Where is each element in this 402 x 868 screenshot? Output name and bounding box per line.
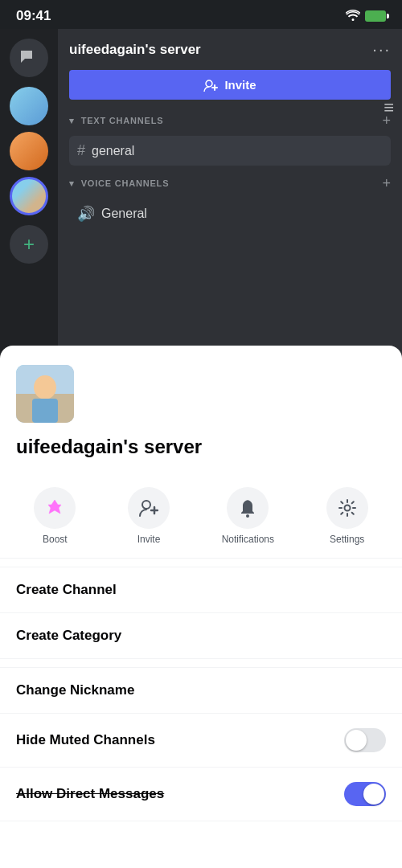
add-server-button[interactable]: + bbox=[10, 225, 48, 264]
svg-point-6 bbox=[142, 501, 150, 509]
server-profile-section: uifeedagain's server bbox=[0, 346, 402, 487]
hide-muted-knob bbox=[346, 730, 367, 751]
server-avatar-large bbox=[16, 365, 74, 423]
server-avatar-2[interactable] bbox=[10, 132, 48, 170]
hide-muted-toggle[interactable] bbox=[344, 728, 386, 752]
voice-channels-header: ▾ VOICE CHANNELS + bbox=[69, 175, 391, 192]
server-avatar-1[interactable] bbox=[10, 87, 48, 125]
text-channels-header: ▾ TEXT CHANNELS + bbox=[69, 113, 391, 129]
voice-channels-label: ▾ VOICE CHANNELS bbox=[69, 178, 169, 189]
hamburger-button[interactable]: ≡ bbox=[384, 97, 394, 118]
toggle-section: Change Nickname Hide Muted Channels Allo… bbox=[0, 667, 402, 821]
change-nickname-label: Change Nickname bbox=[16, 682, 134, 698]
status-time: 09:41 bbox=[16, 8, 51, 24]
server-avatar-3[interactable] bbox=[10, 177, 48, 215]
allow-direct-toggle[interactable] bbox=[344, 782, 386, 806]
menu-section-channels: Create Channel Create Category bbox=[0, 567, 402, 659]
change-nickname-item[interactable]: Change Nickname bbox=[0, 668, 402, 714]
hide-muted-item[interactable]: Hide Muted Channels bbox=[0, 714, 402, 768]
server-header: uifeedagain's server ··· bbox=[69, 40, 391, 59]
server-channel-panel: uifeedagain's server ··· Invite ▾ TEXT C… bbox=[58, 29, 402, 375]
hide-muted-label: Hide Muted Channels bbox=[16, 732, 155, 748]
allow-direct-knob bbox=[363, 784, 384, 805]
boost-icon-wrap bbox=[34, 487, 76, 529]
notifications-action[interactable]: Notifications bbox=[222, 487, 274, 545]
notifications-icon-wrap bbox=[227, 487, 269, 529]
settings-icon-wrap bbox=[326, 487, 368, 529]
invite-action[interactable]: Invite bbox=[128, 487, 170, 545]
server-options-button[interactable]: ··· bbox=[372, 40, 391, 59]
bottom-sheet: uifeedagain's server Boost Invite bbox=[0, 346, 402, 868]
svg-point-8 bbox=[344, 506, 350, 511]
status-bar: 09:41 bbox=[0, 0, 402, 29]
settings-label: Settings bbox=[330, 534, 364, 545]
svg-point-0 bbox=[206, 80, 212, 87]
settings-action[interactable]: Settings bbox=[326, 487, 368, 545]
invite-button[interactable]: Invite bbox=[69, 70, 391, 100]
boost-action[interactable]: Boost bbox=[34, 487, 76, 545]
allow-direct-label: Allow Direct Messages bbox=[16, 786, 164, 802]
svg-rect-4 bbox=[32, 399, 58, 423]
direct-messages-icon[interactable] bbox=[10, 39, 48, 77]
general-text-channel[interactable]: # general bbox=[69, 136, 391, 166]
svg-point-7 bbox=[246, 514, 249, 518]
sidebar: + bbox=[0, 29, 58, 375]
allow-direct-item[interactable]: Allow Direct Messages bbox=[0, 768, 402, 821]
server-name-header: uifeedagain's server bbox=[69, 42, 201, 58]
svg-point-5 bbox=[37, 379, 53, 396]
text-channels-label: ▾ TEXT CHANNELS bbox=[69, 116, 163, 126]
text-channel-icon: # bbox=[77, 142, 85, 159]
invite-icon-wrap bbox=[128, 487, 170, 529]
notifications-label: Notifications bbox=[222, 534, 274, 545]
general-voice-channel[interactable]: 🔊 General bbox=[69, 199, 391, 229]
boost-label: Boost bbox=[43, 534, 68, 545]
server-title: uifeedagain's server bbox=[16, 436, 386, 458]
voice-channel-icon: 🔊 bbox=[77, 205, 95, 223]
discord-panel: + uifeedagain's server ··· Invite ▾ TEXT… bbox=[0, 29, 402, 375]
battery-icon bbox=[365, 10, 386, 22]
create-category-item[interactable]: Create Category bbox=[0, 613, 402, 658]
wifi-icon bbox=[346, 10, 360, 23]
create-channel-item[interactable]: Create Channel bbox=[0, 567, 402, 613]
add-voice-channel-button[interactable]: + bbox=[382, 175, 391, 192]
status-icons bbox=[346, 10, 386, 23]
invite-label: Invite bbox=[137, 534, 161, 545]
action-row: Boost Invite Notifications bbox=[0, 487, 402, 559]
